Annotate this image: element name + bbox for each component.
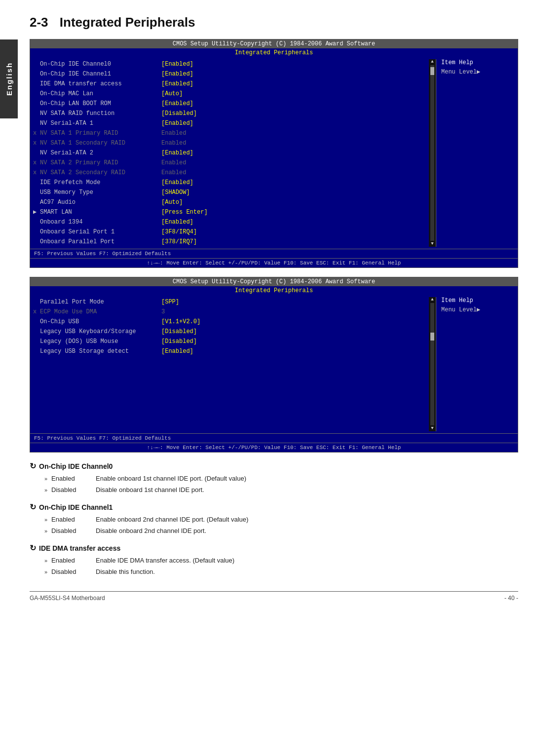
bios-row[interactable]: Legacy USB Storage detect[Enabled] [33, 346, 429, 356]
desc-table: »EnabledEnable onboard 1st channel IDE p… [44, 474, 518, 494]
bios-row[interactable]: xNV SATA 1 Primary RAIDEnabled [33, 128, 429, 138]
row-value: [Enabled] [161, 70, 429, 78]
row-label: USB Memory Type [40, 188, 93, 197]
option-description: Disable onboard 1st channel IDE port. [96, 485, 518, 495]
bios-row[interactable]: Legacy (DOS) USB Mouse[Disabled] [33, 337, 429, 346]
bios-row[interactable]: Onboard Serial Port 1[3F8/IRQ4] [33, 227, 429, 237]
section-block-on-chip-ide-0: ↻On-Chip IDE Channel0»EnabledEnable onbo… [30, 461, 518, 494]
scroll-up-arrow-2[interactable]: ▲ [431, 298, 433, 302]
option-description: Disable this function. [96, 567, 518, 577]
desc-arrow-icon: » [44, 557, 51, 566]
option-description: Enable IDE DMA transfer access. (Default… [96, 556, 518, 566]
row-prefix: x [33, 307, 40, 316]
row-label: Parallel Port Mode [40, 298, 104, 306]
bios-row[interactable]: xNV SATA 1 Secondary RAIDEnabled [33, 138, 429, 148]
row-value: [Press Enter] [161, 208, 429, 217]
row-value: [Enabled] [161, 218, 429, 227]
row-value: [Enabled] [161, 149, 429, 157]
bios-row[interactable]: xNV SATA 2 Primary RAIDEnabled [33, 158, 429, 168]
bios-row[interactable]: IDE Prefetch Mode[Enabled] [33, 178, 429, 188]
bios-footer-2: F5: Previous Values F7: Optimized Defaul… [30, 433, 518, 443]
row-label: NV SATA 2 Secondary RAID [40, 168, 125, 177]
row-label: IDE DMA transfer access [40, 79, 122, 88]
bios-row[interactable]: Onboard 1394[Enabled] [33, 217, 429, 227]
row-value: [Enabled] [161, 79, 429, 88]
bios-scrollbar-1[interactable]: ▲ ▼ [429, 59, 436, 247]
row-label: NV SATA 1 Primary RAID [40, 129, 118, 138]
desc-arrow-icon: » [44, 527, 51, 536]
bios-row[interactable]: IDE DMA transfer access[Enabled] [33, 79, 429, 89]
scroll-track-2 [430, 303, 434, 425]
bios-row[interactable]: Parallel Port Mode[SPP] [33, 297, 429, 307]
row-label: NV SATA RAID function [40, 109, 114, 118]
row-value: [3F8/IRQ4] [161, 227, 429, 236]
row-value: Enabled [161, 139, 429, 148]
bios-help-title-2: Item Help [441, 297, 515, 304]
row-label: On-Chip USB [40, 317, 79, 326]
row-value: Enabled [161, 168, 429, 177]
row-label: Onboard 1394 [40, 218, 82, 227]
bios-help-title-1: Item Help [441, 59, 515, 66]
row-label: On-Chip IDE Channel0 [40, 60, 111, 69]
desc-table: »EnabledEnable onboard 2nd channel IDE p… [44, 515, 518, 535]
bios-help-menu-2: Menu Level▶ [441, 306, 515, 313]
section-block-ide-dma: ↻IDE DMA transfer access»EnabledEnable I… [30, 543, 518, 576]
section-header-ide-dma: ↻IDE DMA transfer access [30, 543, 518, 553]
row-value: [Auto] [161, 89, 429, 98]
row-label: AC97 Audio [40, 198, 76, 207]
row-value: [V1.1+V2.0] [161, 317, 429, 326]
option-name: Enabled [51, 474, 96, 484]
bios-body-1: On-Chip IDE Channel0[Enabled]On-Chip IDE… [30, 57, 518, 249]
row-value: [Enabled] [161, 347, 429, 356]
row-value: [Enabled] [161, 60, 429, 69]
bios-row[interactable]: ▶SMART LAN[Press Enter] [33, 207, 429, 217]
footer-left: GA-M55SLI-S4 Motherboard [30, 595, 105, 602]
row-label: NV SATA 2 Primary RAID [40, 158, 118, 167]
scroll-track-1 [430, 65, 434, 241]
bios-row[interactable]: xECP Mode Use DMA3 [33, 307, 429, 317]
bios-row[interactable]: On-Chip IDE Channel0[Enabled] [33, 59, 429, 69]
row-value: [378/IRQ7] [161, 237, 429, 246]
row-label: Legacy USB Storage detect [40, 347, 129, 356]
side-language-tab: English [0, 39, 18, 118]
section-title: IDE DMA transfer access [39, 544, 120, 552]
bios-row[interactable]: NV Serial-ATA 2[Enabled] [33, 148, 429, 158]
desc-row: »DisabledDisable onboard 1st channel IDE… [44, 485, 518, 495]
bios-row[interactable]: xNV SATA 2 Secondary RAIDEnabled [33, 168, 429, 178]
bios-row[interactable]: On-Chip IDE Channel1[Enabled] [33, 69, 429, 79]
row-value: Enabled [161, 158, 429, 167]
option-description: Enable onboard 2nd channel IDE port. (De… [96, 515, 518, 525]
row-value: [Disabled] [161, 327, 429, 336]
bios-row[interactable]: On-Chip MAC Lan[Auto] [33, 89, 429, 99]
section-header-on-chip-ide-1: ↻On-Chip IDE Channel1 [30, 502, 518, 512]
desc-row: »EnabledEnable IDE DMA transfer access. … [44, 556, 518, 566]
bios-row[interactable]: NV SATA RAID function[Disabled] [33, 109, 429, 118]
row-label: ECP Mode Use DMA [40, 307, 97, 316]
row-value: [Disabled] [161, 109, 429, 118]
compass-icon: ↻ [30, 502, 36, 512]
scroll-up-arrow-1[interactable]: ▲ [431, 60, 433, 64]
section-title: On-Chip IDE Channel1 [39, 503, 113, 511]
bios-row[interactable]: USB Memory Type[SHADOW] [33, 188, 429, 197]
bios-row[interactable]: On-Chip LAN BOOT ROM[Enabled] [33, 99, 429, 109]
row-value: 3 [161, 307, 429, 316]
bios-scrollbar-2[interactable]: ▲ ▼ [429, 297, 436, 431]
scroll-down-arrow-2[interactable]: ▼ [431, 426, 433, 431]
row-label: Onboard Serial Port 1 [40, 227, 114, 236]
option-name: Enabled [51, 515, 96, 525]
bios-row[interactable]: AC97 Audio[Auto] [33, 197, 429, 207]
row-label: NV Serial-ATA 2 [40, 149, 93, 157]
row-label: IDE Prefetch Mode [40, 178, 100, 187]
row-label: SMART LAN [40, 208, 72, 217]
bios-row[interactable]: Onboard Parallel Port[378/IRQ7] [33, 237, 429, 247]
bios-row[interactable]: Legacy USB Keyboard/Storage[Disabled] [33, 327, 429, 337]
bios-row[interactable]: NV Serial-ATA 1[Enabled] [33, 118, 429, 128]
bios-help-2: Item Help Menu Level▶ [436, 297, 515, 431]
scroll-down-arrow-1[interactable]: ▼ [431, 242, 433, 246]
desc-table: »EnabledEnable IDE DMA transfer access. … [44, 556, 518, 576]
bios-rows-1: On-Chip IDE Channel0[Enabled]On-Chip IDE… [33, 59, 429, 247]
row-label: On-Chip LAN BOOT ROM [40, 99, 111, 108]
bios-row[interactable]: On-Chip USB[V1.1+V2.0] [33, 317, 429, 327]
desc-arrow-icon: » [44, 516, 51, 525]
bios-body-2: Parallel Port Mode[SPP]xECP Mode Use DMA… [30, 295, 518, 433]
